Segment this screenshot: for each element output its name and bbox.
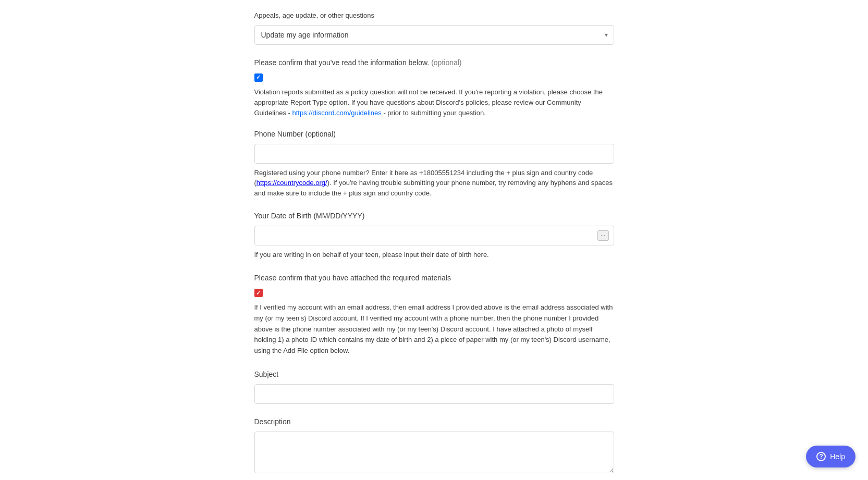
phone-label: Phone Number (optional) [254, 129, 614, 140]
violation-info-text: Violation reports submitted as a policy … [254, 87, 614, 118]
confirm-read-section: Please confirm that you've read the info… [254, 57, 614, 118]
help-button[interactable]: ? Help [806, 446, 855, 467]
subject-label: Subject [254, 369, 614, 380]
subject-section: Subject [254, 369, 614, 404]
appeal-select-wrapper: Update my age information Appeal a ban O… [254, 25, 614, 45]
appeal-select[interactable]: Update my age information Appeal a ban O… [254, 25, 614, 45]
help-icon: ? [816, 452, 826, 461]
confirm-read-checkbox-row [254, 73, 614, 82]
confirm-read-optional: (optional) [431, 58, 461, 67]
required-materials-checkbox-row [254, 289, 614, 297]
required-materials-label: Please confirm that you have attached th… [254, 273, 614, 284]
phone-input[interactable] [254, 144, 614, 164]
help-button-label: Help [830, 452, 845, 461]
confirm-read-label: Please confirm that you've read the info… [254, 57, 614, 68]
form-container: Appeals, age update, or other questions … [244, 0, 625, 480]
appeal-section-label: Appeals, age update, or other questions [254, 10, 614, 21]
countrycode-link[interactable]: https://countrycode.org/ [256, 179, 327, 187]
description-section: Description [254, 416, 614, 476]
guidelines-link[interactable]: https://discord.com/guidelines [292, 109, 382, 117]
required-materials-section: Please confirm that you have attached th… [254, 273, 614, 356]
dob-label: Your Date of Birth (MM/DD/YYYY) [254, 211, 614, 221]
dob-input[interactable] [254, 226, 614, 245]
dob-input-wrapper: ··· [254, 226, 614, 245]
dob-section: Your Date of Birth (MM/DD/YYYY) ··· If y… [254, 211, 614, 260]
phone-hint: Registered using your phone number? Ente… [254, 168, 614, 199]
subject-input[interactable] [254, 384, 614, 404]
appeal-section: Appeals, age update, or other questions … [254, 10, 614, 45]
description-label: Description [254, 416, 614, 427]
calendar-icon[interactable]: ··· [597, 230, 609, 241]
phone-section: Phone Number (optional) Registered using… [254, 129, 614, 199]
required-materials-checkbox[interactable] [254, 289, 263, 297]
required-materials-text: If I verified my account with an email a… [254, 302, 614, 356]
description-input[interactable] [254, 432, 614, 473]
dob-hint: If you are writing in on behalf of your … [254, 250, 614, 260]
confirm-read-checkbox[interactable] [254, 73, 263, 82]
